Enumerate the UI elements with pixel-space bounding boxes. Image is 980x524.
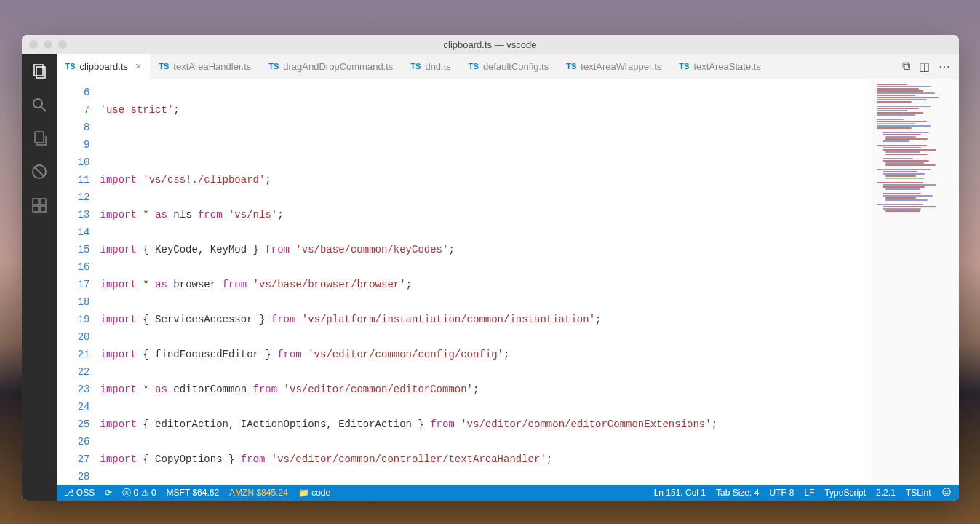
tab-actions: ⧉ ◫ ⋯ (902, 60, 959, 74)
svg-rect-4 (35, 132, 44, 143)
tabs-bar: TS clipboard.ts × TStextAreaHandler.ts T… (57, 54, 959, 79)
vscode-window: clipboard.ts — vscode TS (22, 35, 959, 501)
svg-rect-7 (33, 199, 39, 205)
activity-bar (22, 54, 57, 501)
titlebar[interactable]: clipboard.ts — vscode (22, 35, 959, 54)
extensions-icon[interactable] (29, 195, 49, 215)
line-numbers: 6789101112131415161718192021222324252627… (57, 79, 100, 485)
sync-icon[interactable]: ⟳ (105, 488, 112, 498)
code-content[interactable]: 'use strict'; import 'vs/css!./clipboard… (100, 79, 872, 485)
ts-version[interactable]: 2.2.1 (876, 488, 896, 498)
tab-textareahandler[interactable]: TStextAreaHandler.ts (150, 54, 260, 79)
window-title: clipboard.ts — vscode (22, 39, 959, 50)
svg-point-12 (944, 491, 945, 491)
svg-rect-10 (40, 206, 46, 212)
ts-icon: TS (65, 62, 76, 71)
svg-line-6 (35, 167, 44, 176)
split-icon[interactable]: ◫ (919, 60, 930, 74)
tab-textareawrapper[interactable]: TStextAreaWrapper.ts (557, 54, 670, 79)
window-body: TS clipboard.ts × TStextAreaHandler.ts T… (22, 54, 959, 501)
tab-size[interactable]: Tab Size: 4 (716, 488, 759, 498)
git-branch[interactable]: ⎇ OSS (64, 488, 95, 498)
svg-rect-8 (40, 199, 46, 205)
tab-textareastate[interactable]: TStextAreaState.ts (670, 54, 770, 79)
feedback-icon[interactable] (941, 487, 952, 499)
compare-icon[interactable]: ⧉ (902, 60, 910, 74)
folder-name[interactable]: 📁 code (298, 488, 330, 498)
stock-amzn[interactable]: AMZN $845.24 (229, 488, 288, 498)
language-mode[interactable]: TypeScript (824, 488, 866, 498)
editor-group: TS clipboard.ts × TStextAreaHandler.ts T… (57, 54, 959, 501)
cursor-position[interactable]: Ln 151, Col 1 (654, 488, 706, 498)
svg-point-13 (947, 491, 948, 491)
minimap[interactable] (872, 79, 959, 485)
files-icon[interactable] (29, 61, 49, 82)
tab-defaultconfig[interactable]: TSdefaultConfig.ts (460, 54, 557, 79)
more-icon[interactable]: ⋯ (939, 60, 950, 74)
status-bar: ⎇ OSS ⟳ ⓧ 0 ⚠ 0 MSFT $64.62 AMZN $845.24… (57, 485, 959, 501)
debug-icon[interactable] (29, 162, 49, 182)
tab-clipboard[interactable]: TS clipboard.ts × (57, 54, 151, 79)
svg-point-11 (942, 488, 950, 496)
svg-point-2 (33, 99, 42, 108)
search-icon[interactable] (29, 95, 49, 115)
encoding[interactable]: UTF-8 (769, 488, 794, 498)
svg-line-3 (41, 107, 46, 111)
close-icon[interactable]: × (135, 60, 141, 72)
stock-msft[interactable]: MSFT $64.62 (167, 488, 220, 498)
tab-label: clipboard.ts (80, 61, 128, 72)
tab-dnd[interactable]: TSdnd.ts (402, 54, 459, 79)
svg-rect-9 (33, 206, 39, 212)
errors-count[interactable]: ⓧ 0 ⚠ 0 (122, 487, 156, 499)
editor-area: 6789101112131415161718192021222324252627… (57, 79, 959, 485)
git-icon[interactable] (29, 128, 49, 148)
text-editor[interactable]: 6789101112131415161718192021222324252627… (57, 79, 872, 485)
tslint[interactable]: TSLint (906, 488, 931, 498)
tab-draganddropcommand[interactable]: TSdragAndDropCommand.ts (260, 54, 402, 79)
eol[interactable]: LF (804, 488, 814, 498)
